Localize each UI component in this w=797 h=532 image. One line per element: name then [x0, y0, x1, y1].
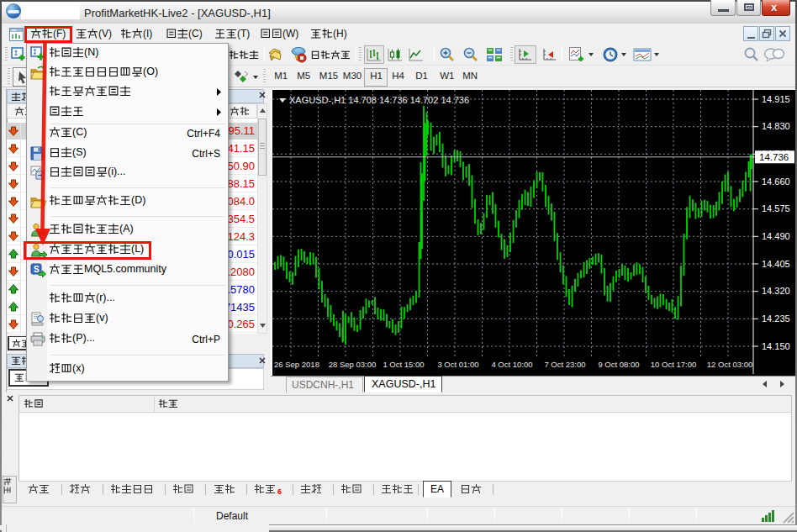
svg-text:14.575: 14.575: [762, 203, 790, 213]
svg-text:9 Oct 08:00: 9 Oct 08:00: [598, 360, 639, 369]
svg-text:4 Oct 10:00: 4 Oct 10:00: [491, 360, 532, 369]
svg-text:14.660: 14.660: [762, 176, 790, 187]
svg-text:14.490: 14.490: [762, 231, 790, 241]
svg-text:10 Oct 17:00: 10 Oct 17:00: [651, 360, 696, 369]
svg-text:1 Oct 15:00: 1 Oct 15:00: [383, 360, 424, 369]
svg-text:14.235: 14.235: [762, 313, 790, 324]
svg-text:14.320: 14.320: [762, 286, 790, 296]
svg-text:28 Sep 03:00: 28 Sep 03:00: [329, 360, 377, 369]
svg-text:14.830: 14.830: [762, 121, 790, 131]
svg-text:14.736: 14.736: [759, 152, 789, 162]
svg-text:3 Oct 01:00: 3 Oct 01:00: [437, 360, 478, 369]
svg-text:14.915: 14.915: [762, 94, 790, 104]
svg-text:14.405: 14.405: [762, 259, 790, 269]
svg-text:7 Oct 23:00: 7 Oct 23:00: [544, 360, 585, 369]
svg-text:XAGUSD-,H1 14.708 14.736 14.7: XAGUSD-,H1 14.708 14.736 14.702 14.736: [289, 95, 469, 105]
svg-text:26 Sep 2018: 26 Sep 2018: [274, 360, 319, 369]
svg-text:12 Oct 03:00: 12 Oct 03:00: [707, 360, 752, 369]
svg-text:14.150: 14.150: [762, 341, 790, 351]
